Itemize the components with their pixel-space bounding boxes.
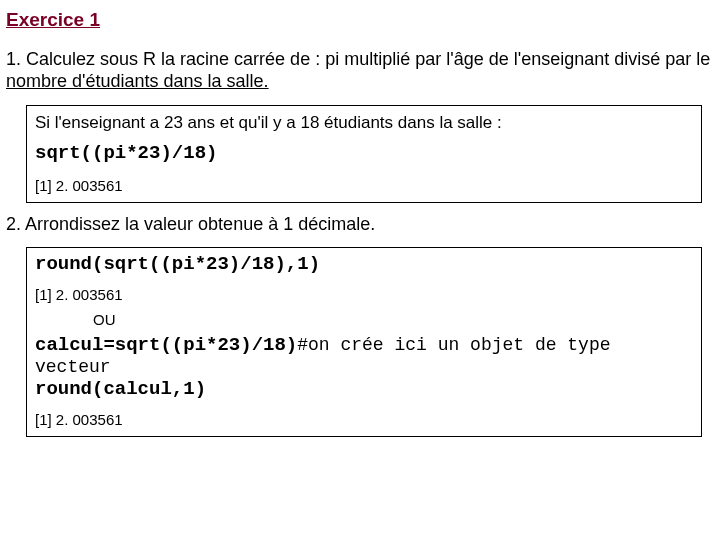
answer-box-2: round(sqrt((pi*23)/18),1) [1] 2. 003561 … [26,247,702,437]
output-2b: [1] 2. 003561 [35,411,693,430]
answer-box-1: Si l'enseignant a 23 ans et qu'il y a 18… [26,105,702,203]
code-1: sqrt((pi*23)/18) [35,143,693,165]
question-1-text: 1. Calculez sous R la racine carrée de :… [6,49,710,69]
code-2a: round(sqrt((pi*23)/18),1) [35,254,693,276]
question-2: 2. Arrondissez la valeur obtenue à 1 déc… [6,213,714,236]
code-2b-line1-code: calcul=sqrt((pi*23)/18) [35,334,297,356]
condition-text: Si l'enseignant a 23 ans et qu'il y a 18… [35,112,693,133]
output-1: [1] 2. 003561 [35,177,693,196]
question-1-underlined: nombre d'étudiants dans la salle. [6,71,269,91]
code-2b-line2: round(calcul,1) [35,378,206,400]
exercise-title: Exercice 1 [6,8,714,32]
or-label: OU [93,311,693,330]
code-2b: calcul=sqrt((pi*23)/18)#on crée ici un o… [35,335,693,401]
question-1: 1. Calculez sous R la racine carrée de :… [6,48,714,93]
output-2a: [1] 2. 003561 [35,286,693,305]
